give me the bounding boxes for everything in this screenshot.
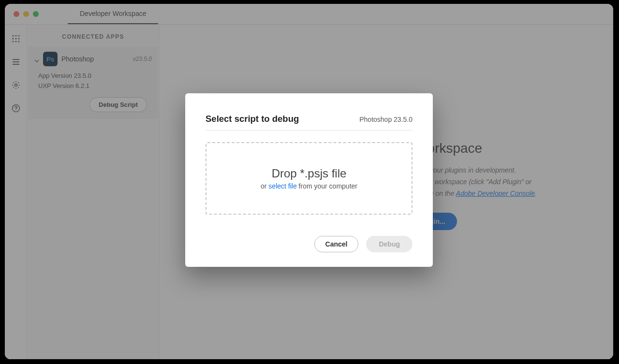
modal-scrim[interactable]: Select script to debug Photoshop 23.5.0 … bbox=[5, 4, 613, 359]
select-script-dialog: Select script to debug Photoshop 23.5.0 … bbox=[185, 93, 433, 267]
select-file-link[interactable]: select file bbox=[268, 182, 296, 190]
dialog-context: Photoshop 23.5.0 bbox=[359, 116, 413, 123]
dropzone-title: Drop *.psjs file bbox=[272, 167, 347, 180]
dialog-header: Select script to debug Photoshop 23.5.0 bbox=[206, 114, 413, 131]
cancel-button[interactable]: Cancel bbox=[314, 236, 359, 252]
file-dropzone[interactable]: Drop *.psjs file or select file from you… bbox=[206, 142, 413, 215]
debug-button: Debug bbox=[366, 236, 413, 252]
app-window: Developer Workspace CONNECTED APPS bbox=[5, 4, 613, 359]
button-label: Cancel bbox=[325, 240, 348, 248]
dialog-title: Select script to debug bbox=[206, 114, 299, 124]
button-label: Debug bbox=[379, 240, 400, 248]
dialog-actions: Cancel Debug bbox=[206, 236, 413, 252]
dropzone-subtitle: or select file from your computer bbox=[261, 182, 357, 190]
